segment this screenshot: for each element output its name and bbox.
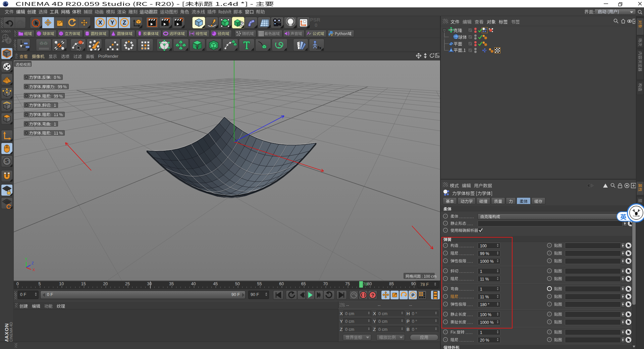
svg-text:P: P [412,293,415,298]
svg-text:Y: Y [25,257,28,261]
svg-text:X: X [33,268,35,271]
svg-text:?: ? [371,292,374,298]
svg-text:Z: Z [32,261,34,265]
svg-text:X: X [98,19,102,26]
svg-text:Z: Z [123,19,126,26]
svg-text:S: S [5,158,9,164]
svg-text:Y: Y [110,19,114,26]
